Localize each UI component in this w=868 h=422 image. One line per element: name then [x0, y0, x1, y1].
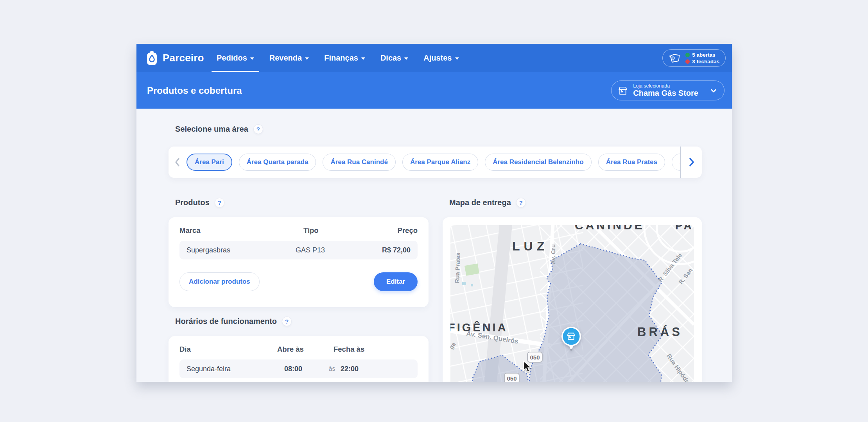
store-pin — [561, 326, 581, 353]
closed-dot-icon — [685, 59, 690, 64]
district-label-caninde: CANINDÉ — [575, 225, 645, 232]
street-label-rua-prates: Rua Prates — [454, 252, 461, 283]
app-window: Parceiro Pedidos Revenda Finanças Dicas … — [136, 44, 732, 382]
chevron-down-icon — [250, 57, 254, 60]
areas-status-pill[interactable]: 5 abertas 3 fechadas — [662, 49, 726, 67]
hours-separator: às — [323, 365, 341, 372]
help-icon[interactable]: ? — [215, 198, 224, 207]
top-navbar: Parceiro Pedidos Revenda Finanças Dicas … — [136, 44, 732, 72]
hours-section-title: Horários de funcionamento — [175, 317, 277, 326]
mouse-cursor — [523, 361, 533, 374]
open-areas-status: 5 abertas — [685, 52, 719, 58]
map-section-head: Mapa de entrega ? — [449, 198, 526, 207]
map-base — [450, 225, 694, 382]
map-card: CANINDÉ PA LUZ FIGÊNIA BRÁS Rua Prates A… — [443, 217, 702, 382]
edit-button[interactable]: Editar — [374, 272, 418, 291]
main-content: Selecione uma área ? Área Pari Área Quar… — [136, 109, 732, 382]
products-table-header: Marca Tipo Preço — [179, 225, 418, 236]
map-section-title: Mapa de entrega — [449, 198, 511, 207]
products-section-title: Produtos — [175, 198, 210, 207]
store-selector[interactable]: Loja selecionada Chama Gás Store — [611, 80, 725, 100]
nav-item-ajustes[interactable]: Ajustes — [418, 44, 464, 72]
product-brand: Supergasbras — [187, 246, 277, 254]
map-area-icon — [669, 53, 681, 64]
products-card: Marca Tipo Preço Supergasbras GAS P13 R$… — [169, 217, 429, 307]
area-carousel: Área Pari Área Quarta parada Área Rua Ca… — [169, 147, 702, 178]
nav-item-dicas[interactable]: Dicas — [375, 44, 413, 72]
help-icon[interactable]: ? — [516, 198, 526, 207]
main-nav: Pedidos Revenda Finanças Dicas Ajustes — [212, 44, 469, 72]
district-label-pari: PA — [675, 225, 694, 232]
brand-name: Parceiro — [163, 52, 204, 64]
help-icon[interactable]: ? — [253, 124, 263, 134]
brand-logo: Parceiro — [146, 44, 204, 72]
hours-section-head: Horários de funcionamento ? — [175, 316, 292, 326]
district-label-luz: LUZ — [512, 239, 548, 254]
area-section-title: Selecione uma área — [175, 125, 248, 134]
area-chips-viewport: Área Pari Área Quarta parada Área Rua Ca… — [187, 147, 681, 178]
open-dot-icon — [685, 53, 690, 57]
carousel-next-button[interactable] — [681, 147, 702, 178]
hours-close: 22:00 — [341, 365, 411, 373]
nav-item-revenda[interactable]: Revenda — [264, 44, 314, 72]
page-title: Produtos e cobertura — [147, 85, 242, 96]
closed-areas-status: 3 fechadas — [685, 59, 719, 64]
store-selector-value: Chama Gás Store — [633, 89, 698, 98]
store-selector-label: Loja selecionada — [633, 83, 698, 89]
carousel-prev-button[interactable] — [169, 147, 187, 178]
area-chip-pari[interactable]: Área Pari — [187, 154, 232, 171]
street-label-av-c: Av. Cru — [550, 241, 556, 265]
area-chip-quarta-parada[interactable]: Área Quarta parada — [239, 154, 316, 171]
area-chip-parque-alianz[interactable]: Área Parque Alianz — [402, 154, 478, 171]
chevron-down-icon — [305, 57, 309, 60]
storefront-icon — [617, 85, 628, 96]
district-label-bras: BRÁS — [637, 325, 683, 339]
hours-day: Segunda-feira — [187, 365, 284, 373]
chevron-down-icon — [361, 57, 365, 60]
delivery-map[interactable]: CANINDÉ PA LUZ FIGÊNIA BRÁS Rua Prates A… — [450, 225, 694, 382]
hours-table-header: Dia Abre às Fecha às — [179, 344, 418, 355]
hours-row: Segunda-feira 08:00 às 22:00 — [179, 359, 418, 378]
area-section-head: Selecione uma área ? — [175, 124, 263, 134]
chevron-down-icon — [709, 86, 718, 95]
road-shield: 050 — [504, 373, 520, 382]
add-products-button[interactable]: Adicionar produtos — [179, 272, 260, 291]
product-row: Supergasbras GAS P13 R$ 72,00 — [179, 241, 418, 259]
nav-item-financas[interactable]: Finanças — [319, 44, 370, 72]
products-section-head: Produtos ? — [175, 198, 224, 207]
hours-card: Dia Abre às Fecha às Segunda-feira 08:00… — [169, 336, 429, 382]
area-chip-residencial-belenzinho[interactable]: Área Residencial Belenzinho — [485, 154, 591, 171]
hours-open: 08:00 — [284, 365, 323, 373]
nav-item-pedidos[interactable]: Pedidos — [212, 44, 259, 72]
product-type: GAS P13 — [277, 246, 344, 254]
area-chip-rua-caninde[interactable]: Área Rua Canindé — [323, 154, 395, 171]
chevron-down-icon — [404, 57, 408, 60]
area-chip-belem[interactable]: Área Belem — [672, 154, 681, 171]
product-price: R$ 72,00 — [344, 246, 411, 254]
page-header: Produtos e cobertura Loja selecionada Ch… — [136, 72, 732, 109]
gas-canister-icon — [146, 51, 158, 65]
help-icon[interactable]: ? — [282, 316, 292, 326]
area-chip-rua-prates[interactable]: Área Rua Prates — [598, 154, 665, 171]
chevron-down-icon — [455, 57, 459, 60]
